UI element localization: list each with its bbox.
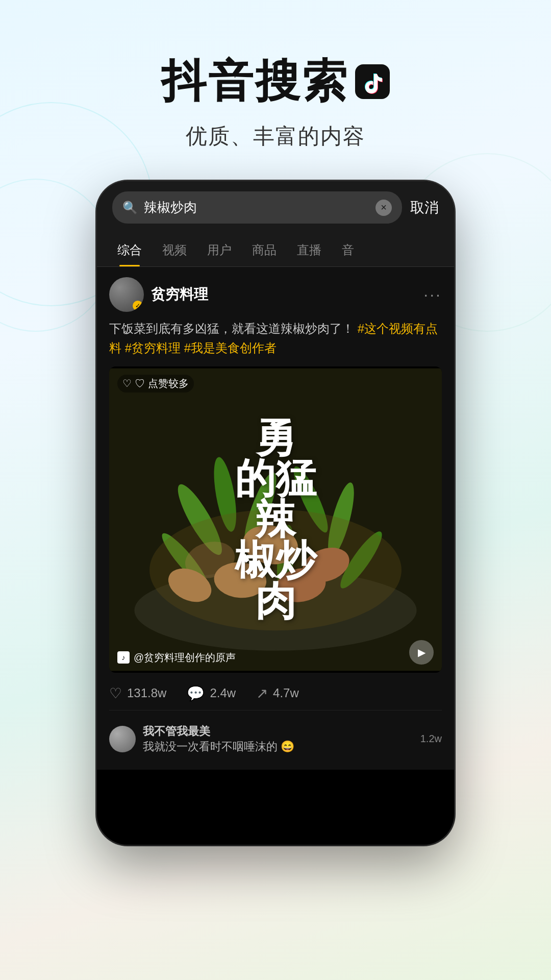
comment-content: 我不管我最美 我就没一次看时不咽唾沫的 😄	[143, 724, 413, 754]
tab-label-综合: 综合	[117, 243, 142, 257]
heart-stat-icon: ♡	[109, 685, 122, 702]
search-icon: 🔍	[122, 201, 138, 215]
subtitle-text: 优质、丰富的内容	[0, 122, 551, 151]
header-section: 抖音搜索 优质、丰富的内容	[0, 0, 551, 171]
tab-综合[interactable]: 综合	[107, 234, 152, 266]
search-input-container[interactable]: 🔍 辣椒炒肉 ×	[112, 191, 402, 224]
tab-直播[interactable]: 直播	[287, 234, 332, 266]
search-bar: 🔍 辣椒炒肉 × 取消	[97, 181, 454, 234]
shares-stat[interactable]: ↗ 4.7w	[256, 685, 299, 702]
search-query-text: 辣椒炒肉	[144, 199, 369, 216]
cancel-search-button[interactable]: 取消	[410, 198, 439, 217]
user-info: ✓ 贫穷料理	[109, 277, 208, 312]
post-card: ✓ 贫穷料理 ··· 下饭菜到底有多凶猛，就看这道辣椒炒肉了！ #这个视频有点料…	[97, 267, 454, 770]
more-options-button[interactable]: ···	[423, 285, 442, 304]
post-main-text: 下饭菜到底有多凶猛，就看这道辣椒炒肉了！	[109, 322, 354, 335]
likes-badge: ♡ ♡ 点赞较多	[117, 375, 194, 393]
tab-用户[interactable]: 用户	[197, 234, 242, 266]
tiktok-logo-icon	[355, 64, 390, 99]
comment-stat-icon: 💬	[187, 685, 205, 702]
hashtag-3[interactable]: #我是美食创作者	[184, 341, 277, 355]
heart-icon: ♡	[122, 377, 132, 389]
post-header: ✓ 贫穷料理 ···	[109, 277, 442, 312]
clear-icon: ×	[381, 202, 387, 213]
tab-label-音乐: 音	[342, 243, 354, 257]
tiktok-small-icon: ♪	[117, 651, 130, 664]
hashtag-2[interactable]: #贫穷料理	[125, 341, 181, 355]
tab-label-直播: 直播	[297, 243, 321, 257]
main-title-text: 抖音搜索	[161, 51, 349, 112]
likes-count: 131.8w	[127, 686, 166, 700]
share-stat-icon: ↗	[256, 685, 268, 702]
post-text: 下饭菜到底有多凶猛，就看这道辣椒炒肉了！ #这个视频有点料 #贫穷料理 #我是美…	[109, 319, 442, 358]
video-thumbnail[interactable]: ♡ ♡ 点赞较多 勇的猛辣椒炒肉 ♪ @贫穷料理创作的原声 ▶	[109, 366, 442, 673]
user-avatar[interactable]: ✓	[109, 277, 144, 312]
likes-badge-text: ♡ 点赞较多	[135, 377, 189, 390]
tab-label-用户: 用户	[207, 243, 232, 257]
phone-screen: 🔍 辣椒炒肉 × 取消 综合 视频 用户	[97, 181, 454, 845]
phone-wrapper: 🔍 辣椒炒肉 × 取消 综合 视频 用户	[0, 181, 551, 845]
comment-like-count-1: 1.2w	[420, 733, 442, 745]
main-title-container: 抖音搜索	[0, 51, 551, 112]
tab-视频[interactable]: 视频	[152, 234, 197, 266]
comment-username-1: 我不管我最美	[143, 724, 413, 739]
sound-text: @贫穷料理创作的原声	[134, 651, 236, 665]
comment-text-1: 我就没一次看时不咽唾沫的 😄	[143, 739, 413, 754]
comment-avatar-1	[109, 726, 136, 752]
clear-search-button[interactable]: ×	[375, 200, 392, 216]
verified-badge: ✓	[133, 301, 143, 311]
video-title-overlay: 勇的猛辣椒炒肉	[109, 366, 442, 673]
tab-label-商品: 商品	[252, 243, 277, 257]
tab-音乐[interactable]: 音	[332, 234, 364, 266]
play-icon: ▶	[418, 646, 425, 658]
comment-preview: 我不管我最美 我就没一次看时不咽唾沫的 😄 1.2w	[109, 710, 442, 760]
comments-stat[interactable]: 💬 2.4w	[187, 685, 236, 702]
likes-stat[interactable]: ♡ 131.8w	[109, 685, 166, 702]
username-label[interactable]: 贫穷料理	[151, 285, 208, 304]
sound-bar: ♪ @贫穷料理创作的原声	[117, 651, 236, 665]
shares-count: 4.7w	[273, 686, 299, 700]
tabs-bar: 综合 视频 用户 商品 直播 音	[97, 234, 454, 267]
video-overlay-text: 勇的猛辣椒炒肉	[224, 407, 327, 632]
comments-count: 2.4w	[210, 686, 236, 700]
tab-label-视频: 视频	[162, 243, 187, 257]
comment-row-1: 我不管我最美 我就没一次看时不咽唾沫的 😄 1.2w	[109, 719, 442, 760]
stats-row: ♡ 131.8w 💬 2.4w ↗ 4.7w	[109, 681, 442, 710]
play-button[interactable]: ▶	[409, 640, 434, 665]
phone-frame: 🔍 辣椒炒肉 × 取消 综合 视频 用户	[97, 181, 454, 845]
tab-商品[interactable]: 商品	[242, 234, 287, 266]
